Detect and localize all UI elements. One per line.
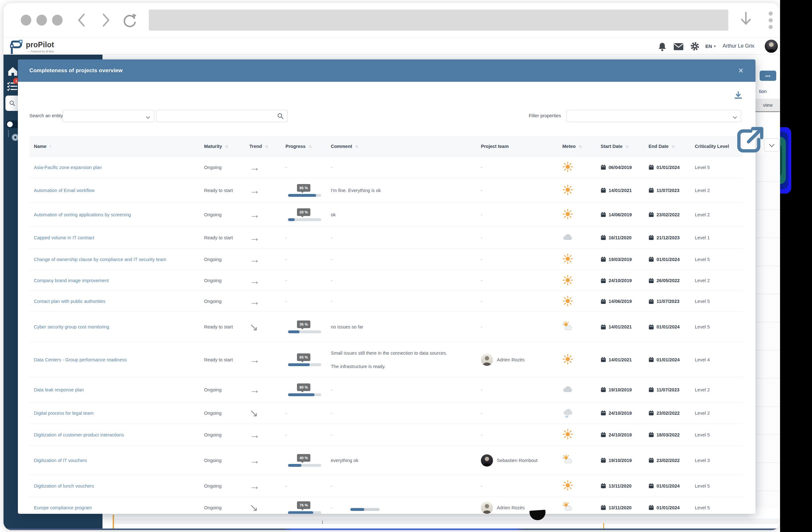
export-download-icon[interactable]: [734, 91, 743, 100]
empty-value: -: [481, 299, 482, 304]
window-control-dot[interactable]: [37, 15, 47, 26]
cell-trend: →: [249, 480, 286, 491]
chevron-down-icon: [733, 115, 737, 119]
cell-meteo: [562, 384, 600, 395]
empty-value: -: [286, 278, 287, 283]
cell-start-date: 14/01/2021: [600, 187, 649, 193]
cell-criticality: Level 2: [695, 387, 743, 392]
forward-icon[interactable]: [98, 12, 112, 28]
column-header-meteo[interactable]: Meteo↑↓: [562, 144, 600, 149]
cell-criticality: Level 3: [695, 458, 743, 463]
partial-tab[interactable]: view: [755, 99, 780, 112]
project-name-link[interactable]: Company brand image improvement: [34, 278, 109, 283]
project-name-link[interactable]: Data leak response plan: [34, 387, 84, 392]
project-name-link[interactable]: Capped volume in IT contract: [34, 235, 94, 240]
cell-maturity: Ongoing: [204, 505, 249, 510]
column-header-trend[interactable]: Trend↑↓: [249, 144, 286, 149]
sort-icon[interactable]: ↑↓: [671, 144, 675, 149]
sort-icon[interactable]: ↑↓: [225, 144, 228, 149]
filter-properties-select[interactable]: [566, 110, 741, 122]
project-name-link[interactable]: Contact plan with public authorities: [34, 299, 105, 304]
project-name-link[interactable]: Europe compliance program: [34, 505, 92, 510]
progress-bar: [288, 218, 321, 221]
open-external-icon[interactable]: [734, 126, 764, 156]
cell-project-team: -: [481, 278, 562, 283]
column-header-start-date[interactable]: Start Date↑↓: [600, 144, 649, 149]
mail-icon[interactable]: [673, 43, 684, 51]
cell-meteo: [562, 253, 600, 265]
project-name-link[interactable]: Automation of sorting applications by sc…: [34, 212, 131, 217]
partial-nav-text: tion: [759, 88, 767, 94]
date-value: 19/03/2019: [609, 257, 632, 262]
browser-menu-icon[interactable]: [769, 12, 773, 29]
window-controls[interactable]: [21, 15, 62, 26]
cell-end-date: 01/01/2024: [649, 165, 695, 170]
download-icon[interactable]: [739, 11, 753, 28]
notifications-bell-icon[interactable]: [657, 42, 667, 52]
sort-icon[interactable]: ↑↓: [308, 144, 311, 149]
project-name-link[interactable]: Digitization of customer-product interac…: [34, 432, 124, 437]
user-avatar[interactable]: [765, 40, 778, 53]
cell-name: Data leak response plan: [34, 387, 204, 392]
project-name-link[interactable]: Cyber security group cost monitoring: [34, 324, 109, 330]
project-name-link[interactable]: Digital process for legal team: [34, 410, 93, 416]
cell-criticality: Level 5: [695, 484, 743, 489]
project-name-link[interactable]: Digitization of lunch vouchers: [34, 484, 94, 489]
trend-down-icon: ↘: [249, 322, 258, 332]
meteo-rain-icon: [562, 407, 573, 418]
refresh-icon[interactable]: [122, 12, 137, 28]
home-icon[interactable]: [8, 66, 18, 76]
project-name-link[interactable]: Asia-Pacific zone expansion plan: [34, 165, 102, 170]
date-value: 06/04/2019: [609, 165, 632, 170]
column-header-comment[interactable]: Comment↑↓: [331, 144, 481, 149]
comment-line: Small issues still there in the connecti…: [331, 351, 481, 355]
project-name-link[interactable]: Data Centers - Group performance readine…: [34, 357, 127, 362]
horizontal-scrollbar[interactable]: [350, 508, 380, 511]
trend-flat-icon: →: [249, 480, 260, 491]
column-label: Start Date: [600, 144, 623, 149]
close-icon[interactable]: ×: [738, 67, 743, 75]
cell-trend: →: [249, 254, 286, 265]
user-name[interactable]: Arthur Le Grix: [723, 43, 755, 49]
project-name-link[interactable]: Change of ownership clause by compliance…: [34, 257, 166, 262]
url-bar[interactable]: [149, 10, 728, 31]
sort-icon[interactable]: ↑↓: [355, 144, 358, 149]
column-header-name[interactable]: Name↑: [34, 144, 204, 149]
entity-select[interactable]: [62, 110, 154, 122]
back-icon[interactable]: [75, 12, 89, 28]
chevron-down-icon: [769, 142, 774, 147]
team-member-avatar: [481, 454, 493, 466]
sort-icon[interactable]: ↑: [49, 144, 51, 149]
table-row: Automation of sorting applications by sc…: [29, 202, 743, 227]
cell-start-date: 14/06/2019: [600, 299, 649, 304]
cell-criticality: Level 2: [695, 188, 743, 193]
collapsed-dropdown[interactable]: [764, 138, 780, 152]
overflow-button[interactable]: •••: [760, 71, 776, 81]
meteo-cloudy-icon: [562, 232, 573, 242]
empty-value: -: [331, 505, 332, 510]
meteo-sunny-icon: [562, 275, 573, 286]
calendar-icon: [600, 299, 606, 304]
project-name-link[interactable]: Digitization of IT vouchers: [34, 458, 87, 463]
cell-project-team: -: [481, 257, 562, 262]
cell-comment: -: [331, 484, 481, 489]
date-value: 23/02/2022: [656, 410, 680, 416]
window-control-dot[interactable]: [52, 15, 62, 26]
sort-icon[interactable]: ↑↓: [579, 144, 581, 149]
entity-search-input[interactable]: [156, 110, 288, 122]
trend-flat-icon: →: [249, 254, 260, 265]
column-header-end-date[interactable]: End Date↑↓: [649, 144, 695, 149]
sort-icon[interactable]: ↑↓: [625, 144, 628, 149]
sort-icon[interactable]: ↑↓: [265, 144, 267, 149]
settings-gear-icon[interactable]: [690, 42, 700, 51]
column-header-progress[interactable]: Progress↑↓: [286, 144, 331, 149]
window-control-dot[interactable]: [21, 15, 31, 26]
column-header-maturity[interactable]: Maturity↑↓: [204, 144, 249, 149]
project-name-link[interactable]: Automation of Email workflow: [34, 188, 95, 193]
calendar-icon: [649, 299, 654, 304]
cell-maturity: Ongoing: [204, 278, 249, 283]
empty-value: -: [286, 410, 287, 416]
language-selector[interactable]: EN ▼: [705, 43, 716, 49]
column-label: Project team: [481, 144, 509, 149]
cell-trend: →: [249, 185, 286, 196]
